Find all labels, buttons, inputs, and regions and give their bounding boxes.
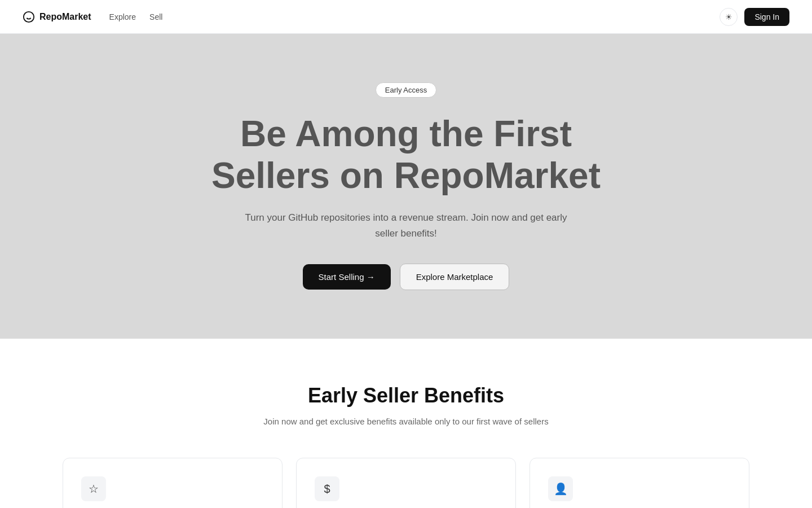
benefit-card-badge: 👤 Early Seller Badge Stand out with an e…	[529, 458, 749, 508]
dollar-icon: $	[324, 483, 330, 496]
hero-title-line1: Be Among the First	[240, 113, 572, 154]
nav-links: Explore Sell	[109, 12, 720, 21]
svg-point-0	[24, 11, 34, 21]
featured-icon-wrap: ☆	[81, 476, 106, 501]
badge-icon-wrap: 👤	[548, 476, 573, 501]
logo-text: RepoMarket	[39, 12, 91, 22]
benefits-title: Early Seller Benefits	[45, 384, 767, 408]
sun-icon: ☀	[725, 12, 732, 21]
start-selling-button[interactable]: Start Selling →	[303, 264, 391, 290]
hero-subtitle: Turn your GitHub repositories into a rev…	[237, 210, 575, 240]
nav-explore[interactable]: Explore	[109, 12, 136, 21]
fees-icon-wrap: $	[315, 476, 339, 501]
logo[interactable]: RepoMarket	[23, 11, 91, 23]
hero-buttons: Start Selling → Explore Marketplace	[303, 264, 510, 290]
benefits-cards: ☆ Featured Placement Get premium visibil…	[45, 458, 767, 508]
nav-sell[interactable]: Sell	[149, 12, 162, 21]
hero-title-line2: Sellers on RepoMarket	[211, 155, 601, 196]
benefits-subtitle: Join now and get exclusive benefits avai…	[45, 417, 767, 426]
benefits-section: Early Seller Benefits Join now and get e…	[0, 339, 812, 508]
logo-icon	[23, 11, 35, 23]
sign-in-button[interactable]: Sign In	[744, 8, 789, 26]
theme-toggle-button[interactable]: ☀	[720, 8, 738, 26]
star-icon: ☆	[89, 482, 99, 496]
explore-marketplace-button[interactable]: Explore Marketplace	[400, 264, 510, 290]
navbar: RepoMarket Explore Sell ☀ Sign In	[0, 0, 812, 34]
hero-title: Be Among the First Sellers on RepoMarket	[211, 113, 601, 196]
hero-section: Early Access Be Among the First Sellers …	[0, 34, 812, 339]
benefit-card-fees: $ Reduced Fees Early sellers enjoy perma…	[296, 458, 516, 508]
person-icon: 👤	[554, 482, 568, 496]
benefit-card-featured: ☆ Featured Placement Get premium visibil…	[63, 458, 283, 508]
early-access-badge: Early Access	[376, 82, 436, 98]
nav-right: ☀ Sign In	[720, 8, 789, 26]
